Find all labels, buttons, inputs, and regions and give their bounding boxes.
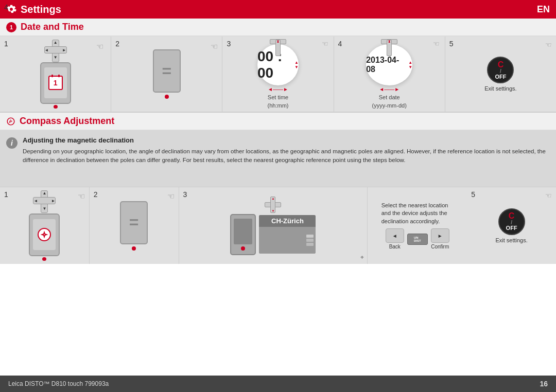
- header-title: Settings: [21, 4, 61, 15]
- compass-status-dot-1: [42, 257, 46, 261]
- dist-btn-group: UNDIST: [407, 234, 428, 245]
- compass-step-3: 3 ▲ ▼ CH-Zürich: [179, 187, 368, 264]
- dpad-arrow-left: ◄: [45, 47, 49, 52]
- compass-device-3: [230, 214, 256, 255]
- c-off-button[interactable]: C / OFF: [487, 57, 514, 83]
- scroll-item-1: [306, 235, 314, 238]
- location-list-area: ⌖: [259, 227, 316, 254]
- compass-small-dpad-3: ▲ ▼: [265, 197, 281, 213]
- compass-c-off-button[interactable]: C / OFF: [498, 208, 525, 235]
- compass-device-screen-3: [234, 219, 252, 244]
- dpad-arrow-down-3: ▼: [276, 40, 280, 43]
- small-dpad-3: ▲ ▼: [270, 40, 286, 43]
- compass-section-icon: [6, 117, 15, 126]
- dist-button[interactable]: UNDIST: [407, 234, 428, 245]
- select-location-text: Select the nearest location and the devi…: [381, 202, 454, 225]
- compass-step-number-3: 3: [183, 190, 187, 199]
- hand-icon-5: ☜: [545, 41, 552, 49]
- compass-device-screen-1: [33, 219, 56, 250]
- compass-section-header: Compass Adjustment: [0, 113, 556, 130]
- step3-location-content: CH-Zürich ⌖: [230, 214, 316, 255]
- date-annotation-2: (yyyy-mm-dd): [372, 102, 407, 109]
- compass-dpad-right-1: ►: [51, 199, 55, 203]
- compass-step-number-5: 5: [471, 190, 475, 199]
- compass-dpad-1: ▲ ▼ ◄ ►: [33, 190, 56, 211]
- header: Settings EN: [0, 0, 556, 19]
- confirm-label: Confirm: [431, 244, 449, 250]
- compass-step-number-4: 4: [4, 3, 8, 11]
- step-number-4: 4: [338, 40, 342, 48]
- compass-device-2: =: [120, 201, 148, 244]
- back-label: Back: [389, 244, 401, 250]
- compass-inner-icon: [40, 230, 49, 239]
- datetime-step-5: 5 ☜ C / OFF Exit settings.: [445, 37, 556, 112]
- compass-step-1: 1 ☜ ▲ ▼ ◄ ►: [0, 187, 90, 264]
- back-confirm-buttons: ◄ Back UNDIST ► Confirm: [386, 228, 449, 250]
- confirm-button[interactable]: ►: [431, 228, 449, 243]
- compass-hand-5: ☜: [545, 191, 552, 200]
- step-number-2: 2: [115, 40, 119, 48]
- compass-info-box: i Adjusting the magnetic declination Dep…: [0, 130, 556, 187]
- scroll-item-2: [306, 239, 314, 242]
- footer-page-number: 16: [540, 380, 548, 388]
- datetime-step-4: 4 ☜ ▲ ▼ 2013-04-08 ▲ ▼ ◄——► Set date: [334, 37, 445, 112]
- confirm-btn-group: ► Confirm: [431, 228, 449, 250]
- compass-hand-2: ☜: [167, 191, 175, 201]
- compass-step-2: 2 ☜ =: [90, 187, 179, 264]
- header-lang: EN: [537, 4, 550, 15]
- info-box-text: Depending on your geographic location, t…: [23, 147, 548, 165]
- device-2: =: [153, 49, 181, 93]
- header-left: Settings: [6, 4, 61, 15]
- compass-step-number-1: 1: [4, 190, 8, 199]
- compass-title: Compass Adjustment: [20, 116, 114, 127]
- date-annotation-1: Set date: [379, 94, 400, 100]
- datetime-step-3: 3 ☜ ▲ ▼ 00 : 00 ▲ ▼ ◄——► Set tim: [222, 37, 334, 112]
- time-annotation-1: Set time: [268, 94, 288, 100]
- date-time-title: Date and Time: [21, 22, 84, 32]
- exit-text-dt: Exit settings.: [484, 85, 516, 92]
- compass-device-1: [29, 213, 60, 256]
- location-scroll-indicators: [306, 235, 314, 246]
- location-selected: CH-Zürich: [259, 215, 316, 227]
- date-time-steps-row: 1 ☜ ▲ ▼ ◄ ► 1 2 ☜ =: [0, 37, 556, 113]
- step-number-5: 5: [449, 40, 454, 48]
- compass-dpad-left-1: ◄: [33, 199, 38, 203]
- hand-icon-2: ☜: [211, 42, 218, 51]
- status-dot-2: [165, 95, 169, 99]
- section-number-badge: 1: [6, 22, 16, 32]
- hand-icon-4: ☜: [433, 40, 440, 48]
- compass-step-4: 4 Select the nearest location and the de…: [368, 187, 467, 264]
- time-annotation-2: (hh:mm): [268, 102, 289, 109]
- footer-product-name: Leica DISTO™ D810 touch 799093a: [8, 380, 109, 387]
- compass-hand-1: ☜: [78, 191, 85, 201]
- date-left-right-arrows: ◄——►: [379, 86, 399, 92]
- step-number-3: 3: [227, 40, 231, 48]
- info-box-title: Adjusting the magnetic declination: [23, 136, 548, 144]
- dpad-1: ▲ ▼ ◄ ►: [44, 40, 67, 60]
- compass-dot-3: [241, 246, 245, 251]
- small-dpad-4: ▲ ▼: [381, 40, 397, 43]
- compass-status-dot-2: [132, 246, 136, 251]
- datetime-step-2: 2 ☜ =: [111, 37, 222, 112]
- cal-top-right: [58, 75, 60, 77]
- date-value: 2013-04-08: [366, 56, 407, 74]
- step-number-1: 1: [4, 40, 8, 48]
- status-dot-1: [54, 105, 58, 109]
- hand-icon-3: ☜: [322, 40, 328, 48]
- exit-text-compass: Exit settings.: [495, 237, 527, 243]
- compass-dpad-up-1: ▲: [42, 191, 46, 195]
- compass-step-number-2: 2: [94, 190, 98, 199]
- compass-dpad-down-1: ▼: [42, 206, 46, 211]
- compass-step-5: 5 ☜ C / OFF Exit settings.: [467, 187, 556, 264]
- compass-steps-row: 1 ☜ ▲ ▼ ◄ ► 2 ☜ =: [0, 187, 556, 264]
- device-1: 1: [40, 62, 71, 104]
- dpad-arrow-down: ▼: [54, 55, 58, 60]
- dpad-arrow-down-4: ▼: [388, 40, 391, 43]
- location-popup-box: CH-Zürich ⌖: [259, 215, 316, 254]
- time-up-down-arrows: ▲ ▼: [294, 60, 299, 69]
- equals-icon: =: [162, 62, 171, 81]
- back-button[interactable]: ◄: [386, 228, 404, 243]
- back-btn-group: ◄ Back: [386, 228, 404, 250]
- device-screen-1: 1: [44, 67, 67, 98]
- date-up-down-arrows: ▲ ▼: [408, 60, 412, 69]
